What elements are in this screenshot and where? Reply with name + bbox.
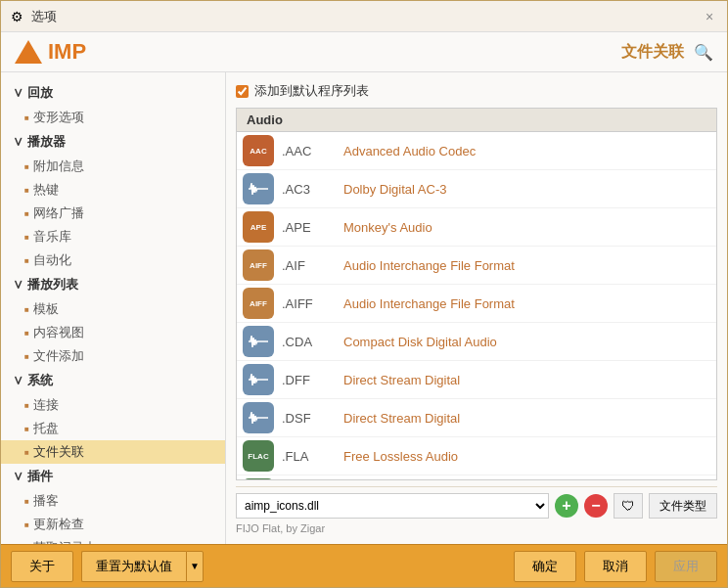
- sidebar-item-transform[interactable]: 变形选项: [1, 106, 225, 129]
- aimp-logo: IMP: [15, 38, 86, 66]
- format-ext: .DFF: [282, 373, 336, 387]
- window-title: 选项: [31, 8, 57, 25]
- reset-arrow-button[interactable]: ▼: [186, 551, 204, 582]
- format-ext: .AAC: [282, 144, 336, 158]
- reset-button[interactable]: 重置为默认值: [81, 551, 186, 582]
- page-title: 文件关联: [621, 42, 684, 63]
- sidebar-item-auto[interactable]: 自动化: [1, 249, 225, 272]
- confirm-button[interactable]: 确定: [514, 551, 576, 582]
- sidebar-category-plugins[interactable]: ∨ 插件: [1, 464, 225, 489]
- sidebar-category-system[interactable]: ∨ 系统: [1, 368, 225, 393]
- list-item[interactable]: AIFF.AIFAudio Interchange File Format: [237, 247, 716, 285]
- format-desc: Free Lossless Audio: [343, 449, 458, 464]
- sidebar-item-tray[interactable]: 托盘: [1, 417, 225, 440]
- reset-group: 重置为默认值 ▼: [81, 551, 204, 582]
- sidebar-category-player[interactable]: ∨ 播放器: [1, 129, 225, 155]
- sidebar-item-hotkeys[interactable]: 热键: [1, 178, 225, 202]
- footer: 关于 重置为默认值 ▼ 确定 取消 应用: [1, 544, 727, 587]
- format-icon: FLAC: [243, 478, 274, 479]
- format-ext: .FLA: [282, 449, 336, 464]
- format-desc: Advanced Audio Codec: [343, 144, 476, 158]
- format-desc: Dolby Digital AC-3: [343, 182, 447, 197]
- credit-text: FIJO Flat, by Zigar: [236, 522, 717, 534]
- list-header: Audio: [237, 109, 716, 132]
- main-panel: 添加到默认程序列表 Audio AAC.AACAdvanced Audio Co…: [226, 72, 727, 544]
- format-icon: AAC: [243, 135, 274, 166]
- list-item[interactable]: .DSFDirect Stream Digital: [237, 399, 716, 437]
- list-item[interactable]: AIFF.AIFFAudio Interchange File Format: [237, 285, 716, 323]
- sidebar-item-template[interactable]: 模板: [1, 297, 225, 321]
- sidebar-item-netradio[interactable]: 网络广播: [1, 202, 225, 225]
- sidebar-item-update[interactable]: 更新检查: [1, 513, 225, 536]
- about-button[interactable]: 关于: [11, 551, 73, 582]
- sidebar-category-playlist[interactable]: ∨ 播放列表: [1, 272, 225, 297]
- sidebar-item-fileassoc[interactable]: 文件关联: [1, 440, 225, 464]
- format-ext: .DSF: [282, 411, 336, 426]
- format-desc: Monkey's Audio: [343, 220, 432, 235]
- list-item[interactable]: .AC3Dolby Digital AC-3: [237, 170, 716, 208]
- format-desc: Direct Stream Digital: [343, 373, 460, 387]
- sidebar-item-connect[interactable]: 连接: [1, 393, 225, 417]
- add-button[interactable]: +: [555, 494, 578, 518]
- sidebar-item-contentview[interactable]: 内容视图: [1, 321, 225, 344]
- titlebar: ⚙ 选项 ×: [1, 1, 727, 32]
- sidebar-item-library[interactable]: 音乐库: [1, 225, 225, 249]
- file-list-body[interactable]: AAC.AACAdvanced Audio Codec.AC3Dolby Dig…: [237, 132, 716, 479]
- format-desc: Compact Disk Digital Audio: [343, 335, 497, 349]
- sidebar-category-playback[interactable]: ∨ 回放: [1, 80, 225, 106]
- bottom-toolbar: aimp_icons.dll + − 🛡 文件类型: [236, 486, 717, 519]
- sidebar-item-addinfo[interactable]: 附加信息: [1, 155, 225, 178]
- close-button[interactable]: ×: [702, 9, 717, 24]
- format-icon: [243, 364, 274, 395]
- file-list-container: Audio AAC.AACAdvanced Audio Codec.AC3Dol…: [236, 108, 717, 480]
- format-ext: .CDA: [282, 335, 336, 349]
- cancel-button[interactable]: 取消: [584, 551, 647, 582]
- logo-text: IMP: [48, 39, 86, 65]
- format-desc: Audio Interchange File Format: [343, 258, 515, 273]
- apply-button[interactable]: 应用: [655, 551, 717, 582]
- list-item[interactable]: FLAC.FLAFree Lossless Audio: [237, 437, 716, 475]
- format-ext: .APE: [282, 220, 336, 235]
- format-ext: .AC3: [282, 182, 336, 197]
- format-icon: [243, 326, 274, 357]
- filetype-button[interactable]: 文件类型: [649, 493, 717, 519]
- shield-button[interactable]: 🛡: [614, 493, 643, 519]
- content-area: ∨ 回放 变形选项 ∨ 播放器 附加信息 热键 网络广播 音乐库 自动化 ∨ 播…: [1, 72, 727, 544]
- remove-button[interactable]: −: [584, 494, 608, 518]
- list-item[interactable]: AAC.AACAdvanced Audio Codec: [237, 132, 716, 170]
- search-icon[interactable]: 🔍: [694, 43, 713, 62]
- format-icon: [243, 402, 274, 433]
- dll-select[interactable]: aimp_icons.dll: [236, 493, 549, 519]
- window: ⚙ 选项 × IMP 文件关联 🔍 ∨ 回放 变形选项 ∨ 播放器 附加信息 热…: [0, 0, 728, 588]
- checkbox-label: 添加到默认程序列表: [254, 82, 369, 100]
- list-item[interactable]: FLAC.FLACFree Lossless Audio: [237, 475, 716, 479]
- add-to-default-checkbox[interactable]: [236, 85, 249, 98]
- format-ext: .AIFF: [282, 296, 336, 311]
- top-header: IMP 文件关联 🔍: [1, 32, 727, 72]
- sidebar: ∨ 回放 变形选项 ∨ 播放器 附加信息 热键 网络广播 音乐库 自动化 ∨ 播…: [1, 72, 226, 544]
- format-icon: FLAC: [243, 440, 274, 472]
- sidebar-item-fileadd[interactable]: 文件添加: [1, 344, 225, 368]
- list-item[interactable]: .DFFDirect Stream Digital: [237, 361, 716, 399]
- checkbox-row: 添加到默认程序列表: [236, 82, 717, 100]
- format-icon: [243, 173, 274, 204]
- format-icon: AIFF: [243, 288, 274, 319]
- sidebar-item-podcast[interactable]: 播客: [1, 489, 225, 513]
- format-icon: APE: [243, 211, 274, 243]
- window-icon: ⚙: [11, 9, 23, 24]
- list-item[interactable]: APE.APEMonkey's Audio: [237, 208, 716, 247]
- format-ext: .AIF: [282, 258, 336, 273]
- titlebar-left: ⚙ 选项: [11, 8, 57, 25]
- format-icon: AIFF: [243, 249, 274, 281]
- format-desc: Audio Interchange File Format: [343, 296, 515, 311]
- sidebar-item-fetchlog[interactable]: 获取记录中: [1, 536, 225, 544]
- format-desc: Direct Stream Digital: [343, 411, 460, 426]
- list-item[interactable]: .CDACompact Disk Digital Audio: [237, 323, 716, 361]
